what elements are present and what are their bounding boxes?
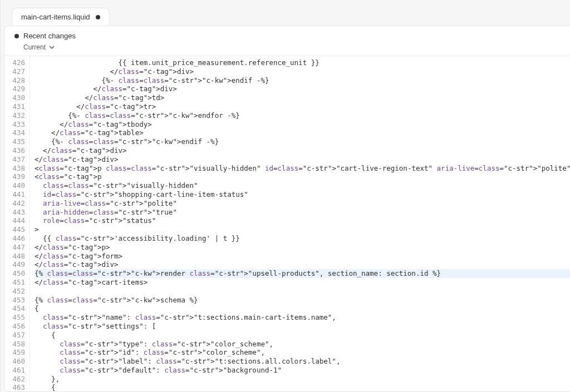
- code-line[interactable]: class=class="c-str">"visually-hidden": [35, 181, 570, 190]
- code-line[interactable]: </class="c-tag">td>: [35, 93, 570, 102]
- file-item[interactable]: predictive-search.liquid: [0, 339, 1, 355]
- line-number: 458: [4, 340, 25, 349]
- line-number: 432: [4, 111, 25, 120]
- file-item[interactable]: main-collection-banner.liquid: [0, 64, 1, 81]
- code-line[interactable]: {%- class=class="c-str">"c-kw">endif -%}: [35, 76, 570, 85]
- line-number: 450: [4, 269, 25, 278]
- code-area[interactable]: {{ item.unit_price_measurement.reference…: [30, 56, 570, 392]
- file-item[interactable]: main-search.liquid: [0, 242, 1, 258]
- line-number: 441: [4, 190, 25, 199]
- code-line[interactable]: </class="c-tag">div>: [35, 67, 570, 76]
- code-line[interactable]: [35, 287, 570, 296]
- line-gutter: 4264274284294304314324334344354364374384…: [4, 56, 30, 392]
- code-line[interactable]: class="c-str">"label": class="c-str">"t:…: [35, 357, 570, 366]
- file-item[interactable]: main-cart-items.liquid: [0, 48, 1, 64]
- line-number: 436: [4, 146, 25, 155]
- file-item[interactable]: quick-order-list.liquid: [0, 355, 1, 371]
- file-item[interactable]: related-products.liquid: [0, 371, 1, 387]
- recent-changes-row[interactable]: Recent changes: [14, 32, 570, 40]
- line-number: 444: [4, 216, 25, 225]
- code-line[interactable]: {% class=class="c-str">"c-kw">schema %}: [35, 296, 570, 305]
- file-item[interactable]: main-register.liquid: [0, 210, 1, 226]
- code-line[interactable]: {{ class="c-str">'accessibility.loading'…: [35, 234, 570, 243]
- line-number: 462: [4, 375, 25, 384]
- file-item[interactable]: multicolumn.liquid: [0, 258, 1, 274]
- line-number: 431: [4, 102, 25, 111]
- file-item[interactable]: main-collection-product-grid.liqu...: [0, 81, 1, 97]
- line-number: 448: [4, 252, 25, 261]
- code-line[interactable]: class="c-str">"settings": [: [35, 322, 570, 331]
- file-item[interactable]: main-cart-footer.liquid: [0, 32, 1, 48]
- line-number: 430: [4, 93, 25, 102]
- line-number: 442: [4, 199, 25, 208]
- code-line[interactable]: aria-hidden=class="c-str">"true": [35, 208, 570, 217]
- file-item[interactable]: main-article.liquid: [0, 0, 1, 16]
- line-number: 445: [4, 225, 25, 234]
- code-line[interactable]: {%- class=class="c-str">"c-kw">endif -%}: [35, 137, 570, 146]
- file-item[interactable]: main-password-footer.liquid: [0, 161, 1, 177]
- line-number: 438: [4, 164, 25, 173]
- code-line[interactable]: },: [35, 375, 570, 384]
- tab-title: main-cart-items.liquid: [21, 13, 90, 21]
- line-number: 443: [4, 208, 25, 217]
- line-number: 456: [4, 322, 25, 331]
- code-line[interactable]: </class="c-tag">div>: [35, 85, 570, 93]
- line-number: 460: [4, 357, 25, 366]
- unsaved-dot-icon: [96, 15, 100, 19]
- editor-card: Recent changes Current 42642742842943043…: [4, 26, 570, 392]
- code-line[interactable]: {: [35, 304, 570, 313]
- file-item[interactable]: main-login.liquid: [0, 113, 1, 129]
- code-line[interactable]: </class="c-tag">div>: [35, 260, 570, 269]
- code-line[interactable]: {: [35, 331, 570, 340]
- code-line[interactable]: id=class="c-str">"shopping-cart-line-ite…: [35, 190, 570, 199]
- code-line[interactable]: <class="c-tag">p: [35, 172, 570, 181]
- line-number: 428: [4, 76, 25, 85]
- code-line[interactable]: {%- class=class="c-str">"c-kw">endfor -%…: [35, 111, 570, 120]
- file-item[interactable]: main-blog.liquid: [0, 16, 1, 32]
- file-item[interactable]: main-reset-password.liquid: [0, 226, 1, 242]
- code-line[interactable]: {{ item.unit_price_measurement.reference…: [35, 58, 570, 67]
- code-line[interactable]: </class="c-tag">cart-items>: [35, 278, 570, 287]
- line-number: 457: [4, 331, 25, 340]
- tab-bar: main-cart-items.liquid: [4, 3, 570, 26]
- line-number: 429: [4, 85, 25, 93]
- line-number: 435: [4, 137, 25, 146]
- code-line[interactable]: aria-live=class="c-str">"polite": [35, 199, 570, 208]
- line-number: 453: [4, 296, 25, 305]
- line-number: 433: [4, 120, 25, 129]
- code-line[interactable]: </class="c-tag">form>: [35, 252, 570, 261]
- code-line[interactable]: class="c-str">"id": class="c-str">"color…: [35, 348, 570, 357]
- code-line[interactable]: class="c-str">"type": class="c-str">"col…: [35, 340, 570, 349]
- code-line[interactable]: <class="c-tag">p class=class="c-str">"vi…: [35, 164, 570, 173]
- file-item[interactable]: main-page.liquid: [0, 145, 1, 161]
- code-line[interactable]: class="c-str">"name": class="c-str">"t:s…: [35, 313, 570, 322]
- file-item[interactable]: main-order.liquid: [0, 129, 1, 145]
- code-line[interactable]: {% class=class="c-str">"c-kw">render cla…: [35, 269, 570, 278]
- file-item[interactable]: main-list-collections.liquid: [0, 97, 1, 113]
- line-number: 426: [4, 58, 25, 67]
- line-number: 437: [4, 155, 25, 164]
- code-line[interactable]: </class="c-tag">tbody>: [35, 120, 570, 129]
- line-number: 446: [4, 234, 25, 243]
- code-line[interactable]: class="c-str">"default": class="c-str">"…: [35, 366, 570, 375]
- code-line[interactable]: </class="c-tag">p>: [35, 243, 570, 252]
- line-number: 461: [4, 366, 25, 375]
- file-item[interactable]: pickup-availability.liquid: [0, 322, 1, 339]
- code-editor[interactable]: 4264274284294304314324334344354364374384…: [4, 56, 570, 392]
- line-number: 454: [4, 304, 25, 313]
- file-item[interactable]: main-product.liquid: [0, 193, 1, 210]
- file-item[interactable]: multirow.liquid: [0, 274, 1, 290]
- file-item[interactable]: main-password-header.liquid: [0, 177, 1, 193]
- editor-tab[interactable]: main-cart-items.liquid: [12, 8, 110, 26]
- file-item[interactable]: page.liquid: [0, 306, 1, 322]
- file-sidebar: main-article.liquidmain-blog.liquidmain-…: [0, 0, 1, 392]
- code-line[interactable]: </class="c-tag">table>: [35, 128, 570, 137]
- code-line[interactable]: </class="c-tag">div>: [35, 146, 570, 155]
- code-line[interactable]: >: [35, 225, 570, 234]
- code-line[interactable]: </class="c-tag">div>: [35, 155, 570, 164]
- file-item[interactable]: newsletter.liquid: [0, 290, 1, 306]
- code-line[interactable]: role=class="c-str">"status": [35, 216, 570, 225]
- version-selector[interactable]: Current: [14, 43, 570, 51]
- code-line[interactable]: {: [35, 383, 570, 392]
- code-line[interactable]: </class="c-tag">tr>: [35, 102, 570, 111]
